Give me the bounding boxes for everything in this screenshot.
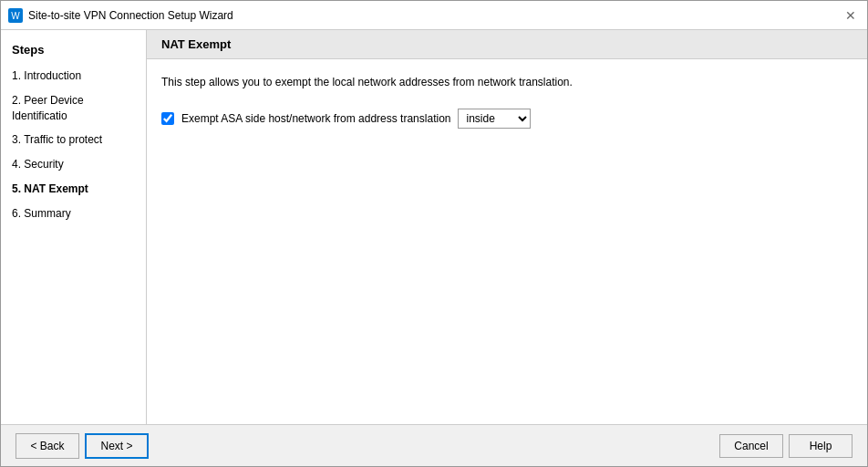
close-button[interactable]: ✕ xyxy=(842,6,860,25)
cancel-button[interactable]: Cancel xyxy=(719,434,783,458)
sidebar-item-security[interactable]: 4. Security xyxy=(1,152,146,177)
wizard-icon: W xyxy=(8,8,23,23)
footer-left: < Back Next > xyxy=(16,433,149,459)
content-area: Steps 1. Introduction2. Peer Device Iden… xyxy=(1,30,867,424)
back-button[interactable]: < Back xyxy=(16,433,79,459)
step-body: This step allows you to exempt the local… xyxy=(147,59,867,424)
nat-exempt-label: Exempt ASA side host/network from addres… xyxy=(181,112,450,125)
step-description: This step allows you to exempt the local… xyxy=(161,74,852,90)
title-bar-left: W Site-to-site VPN Connection Setup Wiza… xyxy=(8,8,233,23)
title-text: Site-to-site VPN Connection Setup Wizard xyxy=(28,9,233,22)
sidebar-item-traffic[interactable]: 3. Traffic to protect xyxy=(1,128,146,152)
title-bar: W Site-to-site VPN Connection Setup Wiza… xyxy=(1,1,867,30)
footer-right: Cancel Help xyxy=(719,434,852,458)
sidebar: Steps 1. Introduction2. Peer Device Iden… xyxy=(1,30,147,424)
option-row: Exempt ASA side host/network from addres… xyxy=(161,109,852,129)
sidebar-item-summary[interactable]: 6. Summary xyxy=(1,202,146,226)
main-panel: NAT Exempt This step allows you to exemp… xyxy=(147,30,867,424)
interface-dropdown[interactable]: insideoutsidedmz xyxy=(458,109,531,129)
svg-text:W: W xyxy=(11,11,20,21)
wizard-window: W Site-to-site VPN Connection Setup Wiza… xyxy=(0,0,868,467)
sidebar-item-introduction[interactable]: 1. Introduction xyxy=(1,64,146,88)
nat-exempt-checkbox[interactable] xyxy=(161,112,174,125)
sidebar-item-peer-device[interactable]: 2. Peer Device Identificatio xyxy=(1,88,146,129)
help-button[interactable]: Help xyxy=(789,434,852,458)
sidebar-title: Steps xyxy=(1,39,146,64)
step-header: NAT Exempt xyxy=(147,30,867,59)
next-button[interactable]: Next > xyxy=(85,433,149,459)
footer: < Back Next > Cancel Help xyxy=(1,424,867,466)
sidebar-item-nat-exempt[interactable]: 5. NAT Exempt xyxy=(1,177,146,202)
